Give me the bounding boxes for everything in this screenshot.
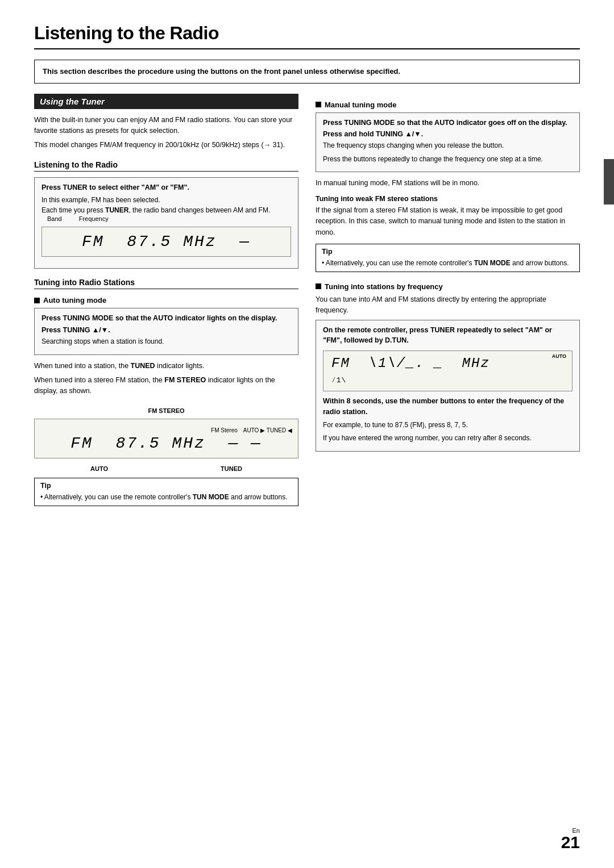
tuning-freq-retry: If you have entered the wrong number, yo… xyxy=(323,433,572,444)
manual-mode-main: Press TUNING MODE so that the AUTO indic… xyxy=(323,118,572,128)
tuning-freq-box: On the remote controller, press TUNER re… xyxy=(316,320,580,452)
tuning-stations-heading: Tuning into Radio Stations xyxy=(34,278,298,289)
weak-fm-body: If the signal from a stereo FM station i… xyxy=(316,205,580,238)
fm-stereo-inner1: FM Stereo xyxy=(211,427,238,433)
title-rule xyxy=(34,48,580,49)
freq-label: Frequency xyxy=(79,215,109,222)
tuning-freq-main: On the remote controller, press TUNER re… xyxy=(323,325,572,347)
right-column: Manual tuning mode Press TUNING MODE so … xyxy=(316,94,580,512)
tuner-select-main: Press TUNER to select either "AM" or "FM… xyxy=(42,182,291,193)
tip-header-left: Tip xyxy=(40,482,292,490)
tip-box-left: Tip • Alternatively, you can use the rem… xyxy=(34,478,298,506)
tuning-freq-bullet xyxy=(316,283,321,289)
fm-stereo-diagram-wrapper: FM STEREO FM Stereo AUTO ▶ TUNED ◀ FM 87… xyxy=(34,407,298,472)
band-label: Band xyxy=(47,215,62,222)
fm-stereo-inner2: AUTO ▶ TUNED ◀ xyxy=(243,427,292,433)
manual-step2-head: Press and hold TUNING ▲/▼. xyxy=(323,130,572,138)
intro-box: This section describes the procedure usi… xyxy=(34,60,580,84)
tip-content-right: • Alternatively, you can use the remote … xyxy=(322,258,574,268)
freq-entry-display: AUTO FM \1\/_. _ MHz ∕1\ xyxy=(323,350,572,391)
fm-display-text: FM 87.5 MHz — xyxy=(82,233,251,251)
manual-tuning-mode-head: Manual tuning mode xyxy=(316,101,580,109)
auto-indicator: AUTO xyxy=(552,353,566,359)
fm-freq-display: FM 87.5 MHz — — xyxy=(40,433,292,453)
page-title: Listening to the Radio xyxy=(34,23,580,44)
band-freq-labels: Band Frequency xyxy=(42,215,291,222)
auto-tuning-mode-head: Auto tuning mode xyxy=(34,296,298,304)
tip-content-left: • Alternatively, you can use the remote … xyxy=(40,492,292,502)
fm-bottom-labels: AUTO TUNED xyxy=(34,465,298,472)
tuning-freq-step2: Within 8 seconds, use the number buttons… xyxy=(323,396,572,418)
two-column-layout: Using the Tuner With the built-in tuner … xyxy=(34,94,580,512)
tuning-freq-head: Tuning into stations by frequency xyxy=(316,282,580,291)
manual-step2-body2: Press the buttons repeatedly to change t… xyxy=(323,154,572,165)
auto-mode-main: Press TUNING MODE so that the AUTO indic… xyxy=(42,313,291,324)
manual-mode-bullet xyxy=(316,102,321,107)
tuning-freq-example: For example, to tune to 87.5 (FM), press… xyxy=(323,420,572,431)
manual-mono-note: In manual tuning mode, FM stations will … xyxy=(316,178,580,189)
tip-box-right: Tip • Alternatively, you can use the rem… xyxy=(316,244,580,272)
intro-text: This section describes the procedure usi… xyxy=(43,67,400,76)
auto-label: AUTO xyxy=(90,465,108,472)
using-tuner-body1: With the built-in tuner you can enjoy AM… xyxy=(34,115,298,137)
fm-stereo-display: FM Stereo AUTO ▶ TUNED ◀ FM 87.5 MHz — — xyxy=(34,419,298,458)
fm-stereo-indicator-text: When tuned into a stereo FM station, the… xyxy=(34,375,298,397)
auto-mode-label: Auto tuning mode xyxy=(43,296,106,304)
manual-mode-label: Manual tuning mode xyxy=(325,101,396,109)
left-column: Using the Tuner With the built-in tuner … xyxy=(34,94,298,512)
listening-radio-heading: Listening to the Radio xyxy=(34,160,298,172)
freq-display-text: FM \1\/_. _ MHz xyxy=(331,356,490,371)
manual-step2-body1: The frequency stops changing when you re… xyxy=(323,140,572,151)
right-tab-decoration xyxy=(604,159,614,205)
tuned-indicator-text: When tuned into a station, the TUNED ind… xyxy=(34,361,298,372)
auto-step2-body: Searching stops when a station is found. xyxy=(42,336,291,347)
auto-mode-bullet xyxy=(34,298,40,303)
manual-mode-box: Press TUNING MODE so that the AUTO indic… xyxy=(316,112,580,173)
using-tuner-label: Using the Tuner xyxy=(40,97,105,106)
tip-header-right: Tip xyxy=(322,248,574,256)
fm-stereo-top-label: FM STEREO xyxy=(34,407,298,414)
tuner-select-sub2: Each time you press TUNER, the radio ban… xyxy=(42,205,291,215)
using-tuner-body2: This model changes FM/AM frequency in 20… xyxy=(34,140,298,151)
page-number: 21 xyxy=(561,834,580,851)
tuner-select-sub1: In this example, FM has been selected. xyxy=(42,195,291,205)
fm-display-basic: FM 87.5 MHz — xyxy=(42,227,291,257)
auto-step2-head: Press TUNING ▲/▼. xyxy=(42,326,291,334)
tuning-freq-intro: You can tune into AM and FM stations dir… xyxy=(316,294,580,316)
fm-inner-labels: FM Stereo AUTO ▶ TUNED ◀ xyxy=(40,427,292,433)
using-tuner-header: Using the Tuner xyxy=(34,94,298,109)
page-number-area: En 21 xyxy=(561,827,580,851)
tuned-label: TUNED xyxy=(221,465,242,472)
tuner-select-box: Press TUNER to select either "AM" or "FM… xyxy=(34,177,298,269)
weak-fm-head: Tuning into weak FM stereo stations xyxy=(316,195,580,203)
auto-mode-box: Press TUNING MODE so that the AUTO indic… xyxy=(34,308,298,354)
tuning-freq-label: Tuning into stations by frequency xyxy=(325,282,443,291)
